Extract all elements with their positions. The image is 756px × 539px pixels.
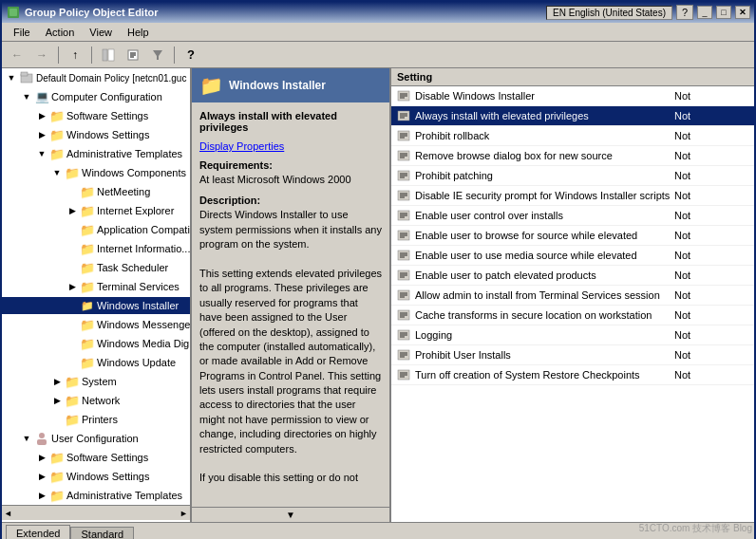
terminal-services-item[interactable]: ▶ 📁 Terminal Services [2, 278, 190, 295]
help-toolbar-button[interactable]: ? [180, 45, 202, 65]
setting-state-0: Not [674, 90, 750, 102]
maximize-button[interactable]: □ [716, 6, 731, 19]
setting-row-1[interactable]: Always install with elevated privileges … [391, 106, 754, 126]
network-item[interactable]: ▶ 📁 Network [2, 392, 190, 409]
tree-panel: ▼ Default Domain Policy [netcn01.guc ▼ 💻… [2, 68, 192, 522]
setting-row-7[interactable]: Enable user to browse for source while e… [391, 226, 754, 246]
setting-name-3: Remove browse dialog box for new source [415, 150, 674, 161]
menu-help[interactable]: Help [120, 25, 157, 40]
app-compat-item[interactable]: 📁 Application Compati... [2, 221, 190, 238]
setting-state-8: Not [674, 250, 750, 261]
minimize-button[interactable]: _ [697, 6, 712, 19]
windows-installer-label: Windows Installer [97, 300, 179, 311]
user-windows-expander[interactable]: ▶ [34, 469, 49, 484]
netmeeting-icon: 📁 [80, 184, 95, 199]
description-text: Directs Windows Installer to use system … [199, 208, 382, 485]
setting-row-5[interactable]: Disable IE security prompt for Windows I… [391, 186, 754, 206]
software-settings-icon: 📁 [49, 108, 65, 123]
terminal-services-label: Terminal Services [97, 281, 180, 292]
windows-update-item[interactable]: 📁 Windows Update [2, 354, 190, 371]
windows-messenger-label: Windows Messenge... [97, 319, 190, 330]
display-properties-link[interactable]: Display Properties [199, 140, 284, 152]
user-software-item[interactable]: ▶ 📁 Software Settings [2, 449, 190, 466]
setting-row-3[interactable]: Remove browse dialog box for new source … [391, 146, 754, 166]
forward-button[interactable]: → [30, 45, 53, 65]
netmeeting-item[interactable]: 📁 NetMeeting [2, 183, 190, 200]
filter-button[interactable] [146, 45, 169, 65]
setting-name-11: Cache transforms in secure location on w… [415, 309, 674, 321]
detail-scroll-down[interactable]: ▼ [192, 507, 389, 522]
up-button[interactable]: ↑ [64, 45, 86, 65]
windows-components-expander[interactable]: ▼ [49, 165, 65, 180]
tab-standard[interactable]: Standard [70, 527, 134, 540]
title-bar: Group Policy Object Editor EN English (U… [2, 2, 754, 23]
windows-installer-icon: 📁 [80, 298, 95, 313]
user-config-expander[interactable]: ▼ [19, 431, 34, 446]
system-item[interactable]: ▶ 📁 System [2, 373, 190, 390]
tab-extended[interactable]: Extended [6, 525, 70, 540]
help-icon[interactable]: ? [676, 5, 693, 20]
properties-button[interactable] [122, 45, 144, 65]
computer-config-item[interactable]: ▼ 💻 Computer Configuration [2, 88, 190, 105]
setting-state-11: Not [674, 309, 750, 321]
root-label: Default Domain Policy [netcn01.guc [36, 73, 186, 84]
ie-expander[interactable]: ▶ [65, 203, 80, 218]
description-label: Description: [199, 195, 382, 206]
svg-marker-8 [153, 50, 162, 60]
setting-row-12[interactable]: Logging Not [391, 325, 754, 345]
ie-item[interactable]: ▶ 📁 Internet Explorer [2, 202, 190, 219]
close-button[interactable]: ✕ [735, 6, 750, 19]
user-admin-item[interactable]: ▶ 📁 Administrative Templates [2, 487, 190, 504]
tree-root-item[interactable]: ▼ Default Domain Policy [netcn01.guc [2, 69, 190, 86]
computer-config-expander[interactable]: ▼ [19, 89, 34, 104]
windows-settings-item[interactable]: ▶ 📁 Windows Settings [2, 126, 190, 143]
setting-icon-7 [395, 228, 412, 243]
setting-row-4[interactable]: Prohibit patching Not [391, 166, 754, 186]
system-label: System [82, 376, 117, 387]
ie-icon: 📁 [80, 203, 95, 218]
windows-media-item[interactable]: 📁 Windows Media Digi... [2, 335, 190, 352]
main-content: ▼ Default Domain Policy [netcn01.guc ▼ 💻… [2, 68, 754, 522]
user-admin-icon: 📁 [49, 488, 65, 503]
setting-icon-3 [395, 148, 412, 163]
windows-settings-expander[interactable]: ▶ [34, 127, 49, 142]
windows-installer-item[interactable]: 📁 Windows Installer [2, 297, 190, 314]
windows-components-label: Windows Components [82, 167, 186, 178]
printers-item[interactable]: 📁 Printers [2, 411, 190, 428]
user-config-item[interactable]: ▼ User Configuration [2, 430, 190, 447]
setting-row-8[interactable]: Enable user to use media source while el… [391, 246, 754, 266]
setting-row-10[interactable]: Allow admin to install from Terminal Ser… [391, 286, 754, 306]
user-admin-expander[interactable]: ▶ [34, 488, 49, 503]
menu-view[interactable]: View [82, 25, 120, 40]
setting-row-9[interactable]: Enable user to patch elevated products N… [391, 266, 754, 286]
setting-row-6[interactable]: Enable user control over installs Not [391, 206, 754, 226]
back-button[interactable]: ← [6, 45, 28, 65]
setting-row-11[interactable]: Cache transforms in secure location on w… [391, 306, 754, 325]
show-hide-button[interactable] [97, 45, 120, 65]
software-settings-item[interactable]: ▶ 📁 Software Settings [2, 107, 190, 124]
menu-action[interactable]: Action [38, 25, 83, 40]
root-expander[interactable]: ▼ [4, 70, 19, 85]
user-windows-label: Windows Settings [66, 471, 149, 482]
tab-container: Extended Standard [6, 523, 134, 540]
setting-row-14[interactable]: Turn off creation of System Restore Chec… [391, 365, 754, 385]
windows-components-item[interactable]: ▼ 📁 Windows Components [2, 164, 190, 181]
admin-templates-expander[interactable]: ▼ [34, 146, 49, 161]
user-software-expander[interactable]: ▶ [34, 450, 49, 465]
windows-messenger-item[interactable]: 📁 Windows Messenge... [2, 316, 190, 333]
menu-file[interactable]: File [6, 25, 38, 40]
setting-row-2[interactable]: Prohibit rollback Not [391, 126, 754, 146]
internet-info-label: Internet Informatio... [97, 243, 190, 254]
admin-templates-item[interactable]: ▼ 📁 Administrative Templates [2, 145, 190, 162]
internet-info-item[interactable]: 📁 Internet Informatio... [2, 240, 190, 257]
user-windows-item[interactable]: ▶ 📁 Windows Settings [2, 468, 190, 485]
setting-row-0[interactable]: Disable Windows Installer Not [391, 86, 754, 106]
network-expander[interactable]: ▶ [49, 393, 65, 408]
user-windows-icon: 📁 [49, 469, 65, 484]
setting-row-13[interactable]: Prohibit User Installs Not [391, 345, 754, 365]
task-scheduler-item[interactable]: 📁 Task Scheduler [2, 259, 190, 276]
system-expander[interactable]: ▶ [49, 374, 65, 389]
tree-scroll-bar[interactable]: ◄ ► [2, 505, 190, 520]
terminal-services-expander[interactable]: ▶ [65, 279, 80, 294]
software-settings-expander[interactable]: ▶ [34, 108, 49, 123]
